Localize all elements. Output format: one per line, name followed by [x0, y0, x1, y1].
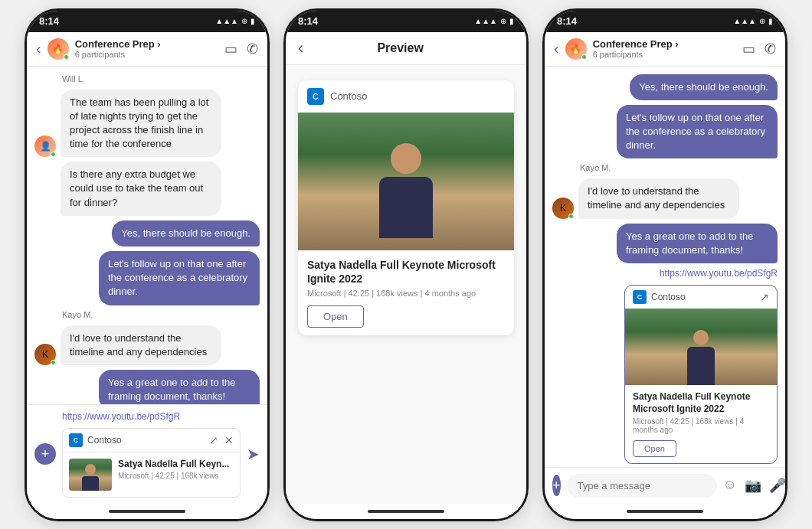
phone-1-home-bar [27, 504, 267, 519]
msg-row-3-3: K I'd love to understand the timeline an… [552, 178, 778, 218]
preview-card-info: Satya Nadella Full Keynote Microsoft Ign… [298, 250, 514, 335]
msg-row-3-6: C Contoso ↗ Satya Nadella Full Keynote M… [552, 283, 778, 464]
person-silhouette [375, 143, 437, 250]
video-call-icon-3[interactable]: ▭ [742, 41, 755, 57]
msg-bubble-3-2: Let's follow up on that one after the co… [617, 105, 778, 159]
video-call-icon[interactable]: ▭ [224, 41, 237, 57]
phone-1-notch: 8:14 ▲▲▲ ⊕ ▮ [27, 11, 267, 32]
signal-icon: ▲▲▲ [215, 17, 238, 25]
phone-call-icon-3[interactable]: ✆ [765, 41, 776, 57]
chat-1-participants: 6 participants [75, 50, 224, 59]
video-card-header-left: C Contoso [633, 290, 686, 304]
phone-3: 8:14 ▲▲▲ ⊕ ▮ ‹ 🔥 Conference Prep › 6 par… [542, 8, 787, 521]
video-card-share-icon[interactable]: ↗ [760, 291, 769, 303]
online-dot-1 [64, 54, 69, 60]
expand-icon[interactable]: ⤢ [209, 434, 218, 446]
phone-2-notch: 8:14 ▲▲▲ ⊕ ▮ [286, 11, 526, 32]
sender-name-kayo: Kayo M. [34, 310, 260, 319]
group-avatar-3: 🔥 [565, 38, 587, 60]
preview-video-thumb [298, 113, 514, 250]
wifi-icon: ⊕ [241, 17, 247, 25]
phone-1: 8:14 ▲▲▲ ⊕ ▮ ‹ 🔥 Conference Prep › 6 par… [25, 8, 270, 521]
chat-1-footer: + https://www.youtu.be/pdSfgR C Contoso … [27, 404, 267, 504]
chat-1-body: Will L. 👤 The team has been pulling a lo… [27, 67, 267, 404]
sender-name-will: Will L. [34, 74, 260, 83]
video-card-inline: C Contoso ↗ Satya Nadella Full Keynote M… [624, 285, 778, 464]
preview-card-meta: Microsoft | 42:25 | 168k views | 4 month… [307, 289, 505, 298]
kayo-avatar-3: K [552, 198, 574, 219]
link-text-3[interactable]: https://www.youtu.be/pdSfgR [660, 268, 778, 279]
link-preview-header: C Contoso ⤢ ✕ [63, 429, 240, 452]
chat-3-name: Conference Prep › [593, 38, 742, 50]
phone-3-time: 8:14 [557, 15, 577, 27]
close-icon-preview[interactable]: ✕ [224, 434, 234, 446]
link-preview-actions: ⤢ ✕ [209, 434, 234, 446]
online-dot-3 [581, 54, 587, 60]
video-card-company: Contoso [651, 292, 686, 302]
chat-1-header: ‹ 🔥 Conference Prep › 6 participants ▭ ✆ [27, 32, 267, 67]
person-head [391, 143, 421, 174]
chat-1-header-icons: ▭ ✆ [224, 41, 258, 57]
phone-2-home-bar [286, 504, 526, 519]
msg-row-3-2: Let's follow up on that one after the co… [552, 105, 778, 159]
send-button-1[interactable]: ➤ [247, 445, 260, 463]
phone-3-notch: 8:14 ▲▲▲ ⊕ ▮ [545, 11, 785, 32]
msg-bubble-3-3: I'd love to understand the timeline and … [578, 178, 739, 218]
phones-container: 8:14 ▲▲▲ ⊕ ▮ ‹ 🔥 Conference Prep › 6 par… [0, 0, 812, 529]
chat-3-header-icons: ▭ ✆ [742, 41, 776, 57]
msg-bubble-6: Yes a great one to add to the framing do… [99, 370, 260, 404]
msg-bubble-3-4: Yes a great one to add to the framing do… [617, 224, 778, 263]
msg-row-2: 👤 Is there any extra budget we could use… [34, 162, 260, 216]
camera-icon-3[interactable]: 📷 [745, 477, 761, 494]
back-button-3[interactable]: ‹ [554, 40, 559, 57]
emoji-icon-3[interactable]: ☺ [723, 477, 737, 494]
chat-1-name: Conference Prep › [75, 38, 224, 50]
link-preview-title: Satya Nadella Full Keyn... [118, 459, 229, 471]
message-input[interactable] [567, 474, 717, 498]
footer-icons-3: ☺ 📷 🎤 [723, 477, 786, 494]
video-card-body: Satya Nadella Full Keynote Microsoft Ign… [625, 385, 777, 463]
phone-2-status: ▲▲▲ ⊕ ▮ [474, 17, 514, 25]
preview-open-button[interactable]: Open [307, 305, 364, 328]
link-preview-body: Satya Nadella Full Keyn... Microsoft | 4… [63, 452, 240, 497]
wifi-icon-2: ⊕ [500, 17, 506, 25]
msg-bubble-3: Yes, there should be enough. [112, 220, 260, 247]
phone-1-time: 8:14 [39, 15, 59, 27]
chat-1-info: Conference Prep › 6 participants [75, 38, 224, 59]
msg-bubble-2: Is there any extra budget we could use t… [61, 162, 221, 216]
wifi-icon-3: ⊕ [759, 17, 765, 25]
phone-call-icon[interactable]: ✆ [247, 41, 258, 57]
preview-company: Contoso [330, 90, 367, 102]
msg-bubble-4: Let's follow up on that one after the co… [99, 251, 260, 305]
mic-icon-3[interactable]: 🎤 [769, 477, 786, 494]
battery-icon-3: ▮ [768, 17, 773, 25]
phone-2-time: 8:14 [298, 15, 318, 27]
will-avatar: 👤 [34, 136, 56, 157]
signal-icon-2: ▲▲▲ [474, 17, 497, 25]
preview-back-button[interactable]: ‹ [298, 38, 303, 58]
back-button-1[interactable]: ‹ [36, 40, 41, 57]
phone-3-home-bar [545, 504, 785, 519]
preview-card: C Contoso Satya Nadella Full Keynote Mic… [298, 80, 514, 335]
video-thumb-sm [625, 309, 777, 385]
link-text[interactable]: https://www.youtu.be/pdSfgR [62, 411, 241, 422]
link-preview-header-left: C Contoso [69, 433, 122, 447]
msg-bubble-1: The team has been pulling a lot of late … [61, 90, 221, 158]
kayo-avatar: K [34, 344, 56, 365]
add-button-3[interactable]: + [552, 475, 561, 496]
add-button-1[interactable]: + [34, 443, 56, 465]
signal-icon-3: ▲▲▲ [733, 17, 756, 25]
video-person [298, 113, 514, 250]
chat-3-footer: + ☺ 📷 🎤 [545, 467, 785, 504]
preview-card-title: Satya Nadella Full Keynote Microsoft Ign… [307, 258, 505, 286]
msg-row-1: 👤 The team has been pulling a lot of lat… [34, 90, 260, 158]
msg-bubble-3-1: Yes, there should be enough. [630, 74, 778, 100]
msg-row-3-1: Yes, there should be enough. [552, 74, 778, 100]
chat-3-body: Yes, there should be enough. Let's follo… [545, 67, 785, 467]
video-open-button[interactable]: Open [633, 440, 676, 457]
link-preview-text: Satya Nadella Full Keyn... Microsoft | 4… [118, 459, 229, 491]
person-body [379, 177, 433, 238]
video-thumbnail-small [69, 459, 112, 491]
chat-3-header: ‹ 🔥 Conference Prep › 6 participants ▭ ✆ [545, 32, 785, 67]
msg-row-4: Let's follow up on that one after the co… [34, 251, 260, 305]
